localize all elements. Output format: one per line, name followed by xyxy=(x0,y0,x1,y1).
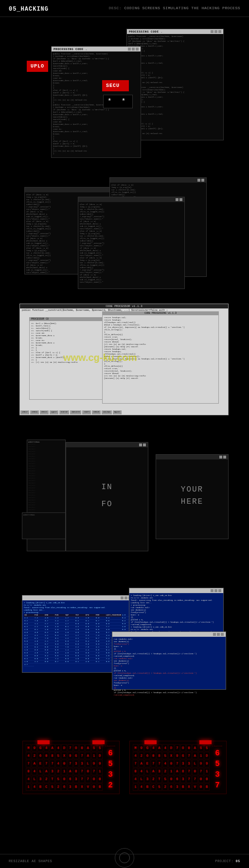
cipher-digit: 5 xyxy=(212,760,223,768)
cipher-cell: 5 xyxy=(50,783,55,791)
window-titlebar[interactable]: PROCESSING CODE . xyxy=(127,29,223,34)
cipher-cell: B xyxy=(144,783,150,791)
cipher-cell: 9 xyxy=(68,752,73,759)
cipher-cell: 0 xyxy=(168,760,174,767)
window-titlebar[interactable] xyxy=(110,178,206,183)
cipher-cell: A xyxy=(44,768,49,775)
cipher-cell: 6 xyxy=(168,783,174,791)
cipher-cell: 4 xyxy=(139,783,144,791)
footer-left-text: RESIZABLE AE SHAPES xyxy=(9,859,52,863)
placeholder-line: FO xyxy=(101,503,112,506)
cipher-cell: 3 xyxy=(157,768,162,775)
cipher-cell: 3 xyxy=(73,760,79,767)
cipher-digit: 5 xyxy=(105,760,116,768)
cipher-cell: 4 xyxy=(55,744,61,751)
terminal-footer-button[interactable]: 8MOVE xyxy=(92,410,101,414)
terminal-footer-button[interactable]: 3HIST xyxy=(40,410,49,414)
window-titlebar[interactable] xyxy=(156,455,228,460)
cipher-cell: 4 xyxy=(32,768,37,775)
cipher-cell: B xyxy=(73,783,79,791)
cipher-digit: 6 xyxy=(212,749,223,758)
cipher-cell: 0 xyxy=(97,776,103,783)
terminal-footer-button[interactable]: 4QUIT xyxy=(50,410,58,414)
cipher-cell: 8 xyxy=(73,768,79,775)
cipher-cell: 2 xyxy=(162,783,168,791)
cipher-cell: M xyxy=(133,744,138,751)
cipher-cell: 6 xyxy=(68,776,73,783)
cipher-cell: 6 xyxy=(144,752,150,759)
cipher-cell: 4 xyxy=(26,776,31,783)
cipher-cell: B xyxy=(97,783,103,791)
cipher-cell: 7 xyxy=(68,744,73,751)
terminal-footer-button[interactable]: 2MENU xyxy=(30,410,39,414)
cipher-cell: 3 xyxy=(68,783,73,791)
cipher-cell: 7 xyxy=(85,776,90,783)
cipher-cell: B xyxy=(204,783,210,791)
window-titlebar[interactable] xyxy=(22,596,133,600)
cipher-cell: A xyxy=(139,760,144,767)
terminal-footer-button[interactable]: 1HELP xyxy=(20,410,29,414)
cipher-cell: C xyxy=(151,783,156,791)
cipher-cell: 9 xyxy=(198,760,204,767)
terminal-footer-button[interactable]: 5SETUP xyxy=(59,410,69,414)
cipher-cell: G xyxy=(180,752,186,759)
window-controls[interactable] xyxy=(211,30,221,33)
cipher-cell: A xyxy=(85,744,90,751)
placeholder-body: YOUR HERE xyxy=(156,460,228,532)
cipher-label: LOADING xyxy=(105,745,116,747)
cipher-cell: 2 xyxy=(139,752,144,759)
window-titlebar[interactable] xyxy=(129,588,223,593)
terminal-footer-button[interactable]: 7COPY xyxy=(82,410,91,414)
window-titlebar[interactable] xyxy=(112,632,226,637)
cipher-cell: 0 xyxy=(85,768,90,775)
cipher-cell: 1 xyxy=(198,752,204,759)
window-body: run <module.val>set daemon(4)find(printW… xyxy=(112,637,226,698)
cipher-cell: G xyxy=(144,744,150,751)
cipher-cell: 7 xyxy=(68,760,73,767)
cipher-cell: A xyxy=(192,744,197,751)
cipher-cell: 8 xyxy=(50,752,55,759)
cipher-cell: 2 xyxy=(55,783,61,791)
cipher-cell: 6 xyxy=(37,752,43,759)
cipher-cell: 5 xyxy=(162,752,168,759)
footer-right-label: PROJECT: xyxy=(215,859,233,863)
window-titlebar[interactable] xyxy=(66,443,148,447)
cipher-cell: 4 xyxy=(26,752,31,759)
cipher-cell: T xyxy=(157,776,162,783)
cipher-cell: S xyxy=(91,744,97,751)
window-titlebar[interactable] xyxy=(25,187,124,192)
terminal-subtitle: CODE PROCESSING v1.1.3 xyxy=(103,312,218,315)
cipher-cell: 0 xyxy=(91,776,97,783)
placeholder-line: YOUR xyxy=(181,489,203,491)
terminal-footer-button[interactable]: 6DELETE xyxy=(70,410,81,414)
cipher-cell: 5 xyxy=(55,752,61,759)
footer-right-value: 05 xyxy=(236,859,240,863)
cipher-cell: 1 xyxy=(204,768,210,775)
terminal-title: CODE PROCESSOR v1.1.3 xyxy=(20,304,228,308)
cipher-cell: 7 xyxy=(79,768,85,775)
cipher-cell: S xyxy=(198,744,204,751)
cipher-cell: 2 xyxy=(162,768,168,775)
cipher-cell: 3 xyxy=(186,760,192,767)
cipher-cell: 3 xyxy=(144,776,150,783)
placeholder-window-1: IN FO xyxy=(66,442,148,551)
page-header: 05_HACKING DESC: CODING SCREENS SIMULATI… xyxy=(0,0,249,17)
cipher-cell: 0 xyxy=(192,768,197,775)
additional-label: ADDITIONAL xyxy=(23,514,64,516)
cipher-cell: X xyxy=(61,752,67,759)
placeholder-window-2: YOUR HERE xyxy=(156,454,229,539)
section-4-placeholder: ADDITIONAL······························… xyxy=(0,440,249,576)
cipher-cell: 0 xyxy=(168,776,174,783)
cipher-side: LOADING 6 5 3 7 xyxy=(210,744,223,791)
cipher-cell: O xyxy=(73,744,79,751)
window-controls[interactable] xyxy=(128,48,139,51)
terminal-footer-button[interactable]: 9CLEAN xyxy=(102,410,111,414)
terminal-footer-button[interactable]: 0QUIT xyxy=(113,410,122,414)
cipher-cell: L xyxy=(85,760,90,767)
cipher-cell: 4 xyxy=(162,760,168,767)
cipher-cell: 3 xyxy=(73,776,79,783)
window-titlebar[interactable]: PROCESSING CODE . xyxy=(52,47,141,51)
cipher-cell: L xyxy=(37,768,43,775)
cipher-cell: 4 xyxy=(162,744,168,751)
window-titlebar[interactable] xyxy=(78,197,184,202)
